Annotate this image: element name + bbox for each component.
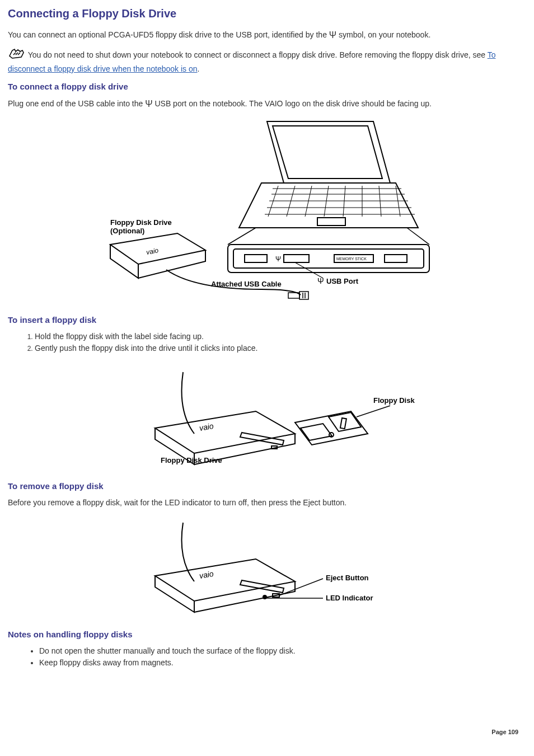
svg-line-14: [228, 228, 256, 245]
intro-text-after: symbol, on your notebook.: [339, 30, 430, 39]
connect-paragraph: Plug one end of the USB cable into the Ψ…: [8, 98, 526, 110]
page-number: Page 109: [491, 728, 518, 736]
svg-text:vaio: vaio: [199, 569, 214, 580]
list-item: Keep floppy disks away from magnets.: [39, 658, 526, 669]
fig2-disk-label: Floppy Disk: [373, 396, 415, 405]
intro-text-before: You can connect an optional PCGA-UFD5 fl…: [8, 30, 329, 39]
note-paragraph: You do not need to shut down your notebo…: [8, 47, 526, 74]
list-item: Do not open the shutter manually and tou…: [39, 646, 526, 657]
intro-paragraph: You can connect an optional PCGA-UFD5 fl…: [8, 29, 526, 41]
fig3-led-label: LED Indicator: [326, 594, 373, 602]
fig1-drive-label-l1: Floppy Disk Drive: [110, 218, 172, 227]
section-notes-heading: Notes on handling floppy disks: [8, 628, 526, 640]
list-item: Hold the floppy disk with the label side…: [35, 331, 526, 342]
svg-rect-21: [385, 255, 407, 262]
connect-text-after: USB port on the notebook. The VAIO logo …: [154, 98, 431, 107]
svg-line-35: [357, 406, 390, 417]
svg-line-30: [295, 262, 323, 278]
svg-line-39: [279, 579, 323, 595]
usb-symbol-icon: Ψ: [145, 99, 152, 109]
figure-connect-diagram: Ψ MEMORY STICK vaio Floppy Disk Drive (O…: [8, 116, 526, 304]
usb-symbol-icon: Ψ: [329, 30, 336, 40]
note-text-after: .: [198, 64, 200, 73]
list-item: Gently push the floppy disk into the dri…: [35, 343, 526, 354]
svg-rect-18: [245, 255, 267, 262]
fig1-port-label: USB Port: [326, 277, 359, 285]
svg-rect-33: [340, 418, 346, 429]
svg-rect-17: [233, 249, 424, 268]
svg-rect-13: [317, 218, 345, 226]
section-connect-heading: To connect a floppy disk drive: [8, 81, 526, 92]
insert-steps-list: Hold the floppy disk with the label side…: [8, 331, 526, 354]
page-title: Connecting a Floppy Disk Drive: [8, 6, 526, 21]
section-insert-heading: To insert a floppy disk: [8, 314, 526, 326]
remove-paragraph: Before you remove a floppy disk, wait fo…: [8, 497, 526, 509]
fig3-eject-label: Eject Button: [326, 574, 369, 582]
note-text-before: You do not need to shut down your notebo…: [28, 50, 488, 59]
section-remove-heading: To remove a floppy disk: [8, 480, 526, 492]
figure-remove-diagram: vaio Eject Button LED Indicator: [8, 514, 526, 618]
note-hand-icon: [8, 47, 26, 64]
fig1-cable-label: Attached USB Cable: [211, 280, 282, 288]
connect-text-before: Plug one end of the USB cable into the: [8, 98, 145, 107]
svg-line-15: [407, 228, 429, 245]
figure-insert-diagram: vaio Floppy Disk Floppy Disk Drive: [8, 361, 526, 471]
svg-rect-26: [299, 292, 308, 299]
notes-list: Do not open the shutter manually and tou…: [8, 646, 526, 669]
svg-text:Ψ: Ψ: [275, 255, 281, 263]
svg-rect-19: [284, 255, 309, 262]
svg-text:MEMORY STICK: MEMORY STICK: [336, 257, 367, 261]
svg-text:vaio: vaio: [146, 246, 159, 256]
fig1-drive-label-l2: (Optional): [110, 227, 144, 235]
svg-text:vaio: vaio: [199, 421, 214, 432]
fig2-drive-label: Floppy Disk Drive: [161, 456, 222, 464]
